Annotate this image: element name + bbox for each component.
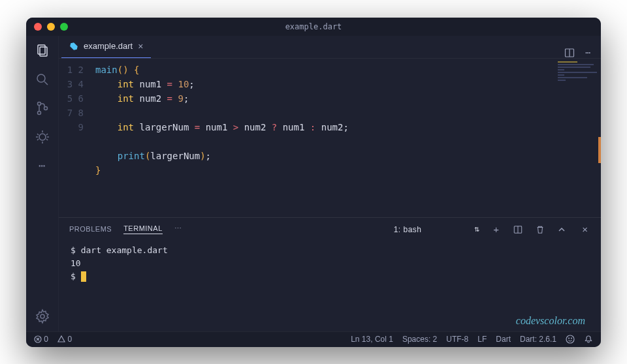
notifications-bell-icon[interactable]	[584, 335, 593, 344]
status-dart-sdk[interactable]: Dart: 2.6.1	[520, 335, 556, 344]
traffic-lights	[34, 23, 68, 31]
code-content[interactable]: main() { int num1 = 10; int num2 = 9; in…	[91, 59, 601, 217]
svg-rect-1	[40, 47, 47, 56]
status-errors[interactable]: 0	[34, 335, 48, 344]
svg-point-8	[40, 314, 44, 318]
line-gutter: 1 2 3 4 5 6 7 8 9	[59, 59, 91, 217]
svg-point-18	[571, 338, 572, 339]
terminal-line: $	[71, 270, 589, 283]
terminal-line: 10	[71, 257, 589, 270]
svg-point-16	[566, 335, 574, 343]
svg-line-3	[44, 82, 48, 85]
feedback-smiley-icon[interactable]	[566, 335, 575, 344]
tab-label: example.dart	[84, 41, 133, 51]
vscode-window: example.dart ⋯	[26, 18, 601, 347]
tab-example-dart[interactable]: example.dart ×	[61, 35, 151, 58]
dropdown-arrows-icon: ⇅	[474, 226, 480, 233]
terminal-line: $ dart example.dart	[71, 244, 589, 257]
minimap[interactable]	[555, 59, 601, 217]
status-encoding[interactable]: UTF-8	[446, 335, 468, 344]
panel-tabs: PROBLEMS TERMINAL ⋯ 1: bash ⇅ +	[59, 218, 601, 241]
status-language[interactable]: Dart	[496, 335, 511, 344]
svg-point-5	[37, 111, 40, 114]
close-panel-icon[interactable]: ×	[580, 224, 590, 235]
maximize-window-button[interactable]	[60, 23, 68, 31]
activity-bar: ⋯	[26, 36, 59, 331]
svg-point-6	[44, 106, 47, 110]
source-control-icon[interactable]	[34, 100, 51, 117]
svg-point-17	[569, 338, 570, 339]
status-cursor-position[interactable]: Ln 13, Col 1	[351, 335, 393, 344]
watermark: codevscolor.com	[516, 314, 585, 327]
status-eol[interactable]: LF	[477, 335, 487, 344]
more-icon[interactable]: ⋯	[34, 157, 51, 174]
split-terminal-icon[interactable]	[513, 225, 524, 234]
debug-icon[interactable]	[34, 129, 51, 145]
search-icon[interactable]	[34, 71, 51, 88]
status-indentation[interactable]: Spaces: 2	[402, 335, 437, 344]
svg-rect-0	[38, 45, 45, 54]
tab-problems[interactable]: PROBLEMS	[69, 225, 112, 234]
settings-gear-icon[interactable]	[34, 308, 51, 325]
new-terminal-icon[interactable]: +	[491, 224, 502, 235]
editor-tabs: example.dart × ⋯	[59, 36, 601, 59]
explorer-icon[interactable]	[34, 42, 51, 59]
terminal-selector[interactable]: 1: bash ⇅	[394, 225, 479, 234]
bottom-panel: PROBLEMS TERMINAL ⋯ 1: bash ⇅ +	[59, 217, 601, 331]
terminal-cursor	[81, 271, 86, 282]
kill-terminal-icon[interactable]	[536, 225, 546, 234]
status-warnings[interactable]: 0	[57, 335, 72, 344]
status-bar: 0 0 Ln 13, Col 1 Spaces: 2 UTF-8 LF Dart…	[26, 331, 601, 347]
editor-area: example.dart × ⋯ 1 2 3 4 5 6 7 8 9 main(…	[59, 36, 601, 331]
window-title: example.dart	[285, 22, 342, 31]
close-tab-icon[interactable]: ×	[138, 41, 143, 52]
maximize-panel-icon[interactable]	[558, 226, 568, 234]
more-actions-icon[interactable]: ⋯	[585, 48, 590, 57]
svg-point-7	[39, 134, 46, 140]
svg-point-4	[37, 102, 40, 105]
dart-file-icon	[69, 42, 78, 51]
minimize-window-button[interactable]	[47, 23, 55, 31]
titlebar: example.dart	[26, 18, 601, 36]
minimap-slider[interactable]	[598, 137, 601, 163]
terminal-output[interactable]: $ dart example.dart 10 $ codevscolor.com	[59, 241, 601, 331]
close-window-button[interactable]	[34, 23, 42, 31]
svg-point-2	[37, 74, 45, 82]
panel-more-icon[interactable]: ⋯	[174, 224, 182, 234]
tab-terminal[interactable]: TERMINAL	[123, 224, 163, 234]
terminal-selector-label: 1: bash	[394, 225, 422, 234]
code-editor[interactable]: 1 2 3 4 5 6 7 8 9 main() { int num1 = 10…	[59, 59, 601, 217]
split-editor-icon[interactable]	[564, 48, 575, 58]
